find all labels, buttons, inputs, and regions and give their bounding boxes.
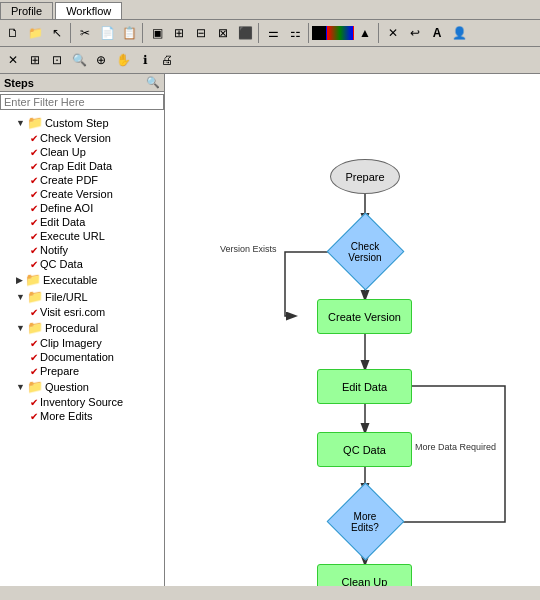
text-btn[interactable]: A (426, 22, 448, 44)
step-clip-imagery[interactable]: ✔ Clip Imagery (2, 336, 162, 350)
step-create-version[interactable]: ✔ Create Version (2, 187, 162, 201)
folder-question[interactable]: ▼ 📁 Question (2, 378, 162, 395)
label-more-data: More Data Required (415, 442, 496, 452)
step-check-version[interactable]: ✔ Check Version (2, 131, 162, 145)
underline-btn[interactable]: ▲ (354, 22, 376, 44)
folder-icon: 📁 (27, 289, 43, 304)
folder-icon: 📁 (27, 115, 43, 130)
step-edit-data[interactable]: ✔ Edit Data (2, 215, 162, 229)
print-btn[interactable]: 🖨 (156, 49, 178, 71)
delete-btn[interactable]: ✕ (382, 22, 404, 44)
step-clean-up[interactable]: ✔ Clean Up (2, 145, 162, 159)
expand-arrow: ▼ (16, 382, 25, 392)
folder-procedural[interactable]: ▼ 📁 Procedural (2, 319, 162, 336)
node-create-version[interactable]: Create Version (317, 299, 412, 334)
folder-label: Executable (43, 274, 97, 286)
folder-fileurl[interactable]: ▼ 📁 File/URL (2, 288, 162, 305)
folder-label: Question (45, 381, 89, 393)
step-more-edits[interactable]: ✔ More Edits (2, 409, 162, 423)
steps-tree: ▼ 📁 Custom Step ✔ Check Version ✔ Clean … (0, 112, 164, 586)
step-label: Execute URL (40, 230, 105, 242)
select-btn[interactable]: ↖ (46, 22, 68, 44)
sep5 (378, 23, 380, 43)
step-documentation[interactable]: ✔ Documentation (2, 350, 162, 364)
step-notify-icon: ✔ (30, 245, 38, 256)
tab-bar: Profile Workflow (0, 0, 540, 20)
toolbar-1: 🗋 📁 ↖ ✂ 📄 📋 ▣ ⊞ ⊟ ⊠ ⬛ ⚌ ⚏ ▲ ✕ ↩ A 👤 (0, 20, 540, 47)
sep1 (70, 23, 72, 43)
new-btn[interactable]: 🗋 (2, 22, 24, 44)
node-create-version-label: Create Version (328, 311, 401, 323)
step-prepare[interactable]: ✔ Prepare (2, 364, 162, 378)
folder-icon: 📁 (27, 379, 43, 394)
color2-btn[interactable] (326, 26, 354, 40)
step-notify[interactable]: ✔ Notify (2, 243, 162, 257)
node-prepare-label: Prepare (345, 171, 384, 183)
step-inv-icon: ✔ (30, 397, 38, 408)
expand-arrow: ▼ (16, 292, 25, 302)
expand-arrow: ▼ (16, 118, 25, 128)
folder-custom-step[interactable]: ▼ 📁 Custom Step (2, 114, 162, 131)
step-label: Edit Data (40, 216, 85, 228)
toolbar-2: ✕ ⊞ ⊡ 🔍 ⊕ ✋ ℹ 🖨 (0, 47, 540, 74)
tab-workflow[interactable]: Workflow (55, 2, 122, 19)
step-visit-esri[interactable]: ✔ Visit esri.com (2, 305, 162, 319)
node-clean-up[interactable]: Clean Up (317, 564, 412, 586)
step-crap-edit[interactable]: ✔ Crap Edit Data (2, 159, 162, 173)
step-esri-icon: ✔ (30, 307, 38, 318)
box4-btn[interactable]: ⊠ (212, 22, 234, 44)
zoom-btn[interactable]: 🔍 (68, 49, 90, 71)
hand-btn[interactable]: ✋ (112, 49, 134, 71)
step-label: Crap Edit Data (40, 160, 112, 172)
copy-btn[interactable]: 📄 (96, 22, 118, 44)
step-clean-icon: ✔ (30, 147, 38, 158)
workflow-canvas[interactable]: Version Exists More Data Required Prepar… (165, 74, 540, 586)
expand-btn[interactable]: ⊞ (24, 49, 46, 71)
node-more-edits-label: MoreEdits? (351, 511, 379, 533)
box5-btn[interactable]: ⬛ (234, 22, 256, 44)
undo-btn[interactable]: ↩ (404, 22, 426, 44)
steps-header: Steps 🔍 (0, 74, 164, 92)
node-prepare[interactable]: Prepare (330, 159, 400, 194)
step-execute-url[interactable]: ✔ Execute URL (2, 229, 162, 243)
step-inventory-source[interactable]: ✔ Inventory Source (2, 395, 162, 409)
node-qc-data[interactable]: QC Data (317, 432, 412, 467)
step-qc-icon: ✔ (30, 259, 38, 270)
step-label: Define AOI (40, 202, 93, 214)
color1-btn[interactable] (312, 26, 326, 40)
sep2 (142, 23, 144, 43)
step-label: Check Version (40, 132, 111, 144)
folder-label: Procedural (45, 322, 98, 334)
filter-input[interactable] (0, 94, 164, 110)
search-icon[interactable]: 🔍 (146, 76, 160, 89)
node-check-version[interactable]: CheckVersion (310, 219, 420, 284)
node-more-edits[interactable]: MoreEdits? (310, 489, 420, 554)
steps-panel: Steps 🔍 ▼ 📁 Custom Step ✔ Check Version … (0, 74, 165, 586)
info-btn[interactable]: ℹ (134, 49, 156, 71)
paste-btn[interactable]: 📋 (118, 22, 140, 44)
dist-btn[interactable]: ⚏ (284, 22, 306, 44)
box1-btn[interactable]: ▣ (146, 22, 168, 44)
collapse-btn[interactable]: ⊡ (46, 49, 68, 71)
step-label: Visit esri.com (40, 306, 105, 318)
folder-label: File/URL (45, 291, 88, 303)
tab-profile[interactable]: Profile (0, 2, 53, 19)
cut-btn[interactable]: ✂ (74, 22, 96, 44)
open-btn[interactable]: 📁 (24, 22, 46, 44)
step-crap-icon: ✔ (30, 161, 38, 172)
step-url-icon: ✔ (30, 231, 38, 242)
folder-executable[interactable]: ▶ 📁 Executable (2, 271, 162, 288)
step-create-pdf[interactable]: ✔ Create PDF (2, 173, 162, 187)
box2-btn[interactable]: ⊞ (168, 22, 190, 44)
zoom2-btn[interactable]: ⊕ (90, 49, 112, 71)
step-ed-icon: ✔ (30, 217, 38, 228)
expand-arrow: ▶ (16, 275, 23, 285)
step-define-aoi[interactable]: ✔ Define AOI (2, 201, 162, 215)
step-label: Prepare (40, 365, 79, 377)
node-edit-data[interactable]: Edit Data (317, 369, 412, 404)
align-btn[interactable]: ⚌ (262, 22, 284, 44)
step-qc-data[interactable]: ✔ QC Data (2, 257, 162, 271)
box3-btn[interactable]: ⊟ (190, 22, 212, 44)
close-btn[interactable]: ✕ (2, 49, 24, 71)
user-btn[interactable]: 👤 (448, 22, 470, 44)
